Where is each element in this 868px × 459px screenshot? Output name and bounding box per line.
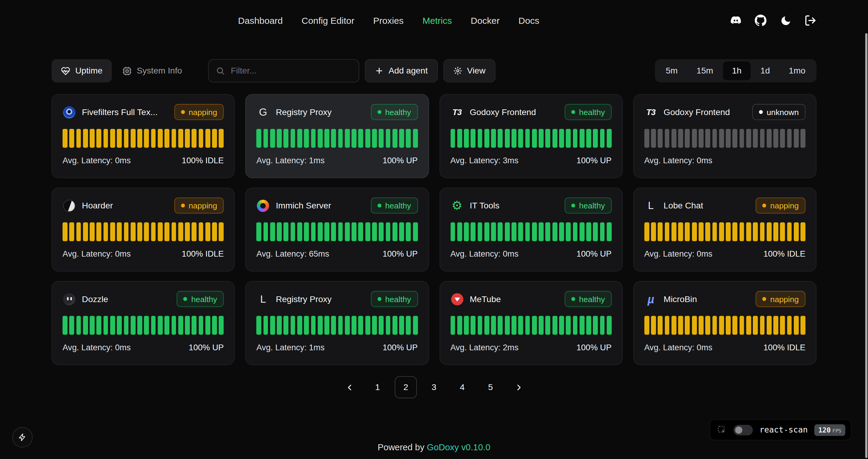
- filter-input[interactable]: [230, 65, 351, 76]
- uptime-bar: [525, 316, 530, 335]
- service-card[interactable]: G Registry Proxy healthy Avg. Latency: 1…: [245, 94, 429, 178]
- uptime-bar: [290, 222, 296, 241]
- service-card[interactable]: Dozzle healthy Avg. Latency: 0ms 100% UP: [52, 281, 235, 365]
- uptime-bar: [739, 222, 744, 241]
- service-card[interactable]: MeTube healthy Avg. Latency: 2ms 100% UP: [439, 281, 622, 365]
- status-text: healthy: [579, 107, 605, 116]
- service-title: Registry Proxy: [276, 107, 332, 117]
- uptime-bar: [205, 129, 210, 147]
- uptime-bar: [365, 222, 370, 241]
- page-4[interactable]: 4: [451, 376, 473, 398]
- time-range-5m[interactable]: 5m: [657, 61, 687, 80]
- uptime-bar: [270, 222, 275, 241]
- uptime-bar: [192, 316, 196, 335]
- tab-system-info[interactable]: System Info: [113, 59, 192, 83]
- react-scan-toggle[interactable]: [733, 425, 752, 435]
- page-1[interactable]: 1: [367, 376, 389, 398]
- uptime-bar: [780, 129, 785, 147]
- service-card[interactable]: L Registry Proxy healthy Avg. Latency: 1…: [245, 281, 429, 365]
- status-badge: unknown: [752, 104, 805, 120]
- status-text: napping: [189, 201, 217, 210]
- time-range-1d[interactable]: 1d: [752, 61, 779, 80]
- uptime-bar: [457, 316, 462, 335]
- nav-item-docker[interactable]: Docker: [471, 15, 500, 26]
- service-card[interactable]: T3 Godoxy Frontend healthy Avg. Latency:…: [439, 94, 622, 178]
- scrollbar[interactable]: [865, 33, 867, 458]
- L-icon: L: [644, 199, 657, 212]
- logout-icon[interactable]: [804, 14, 816, 27]
- uptime-bar: [297, 316, 302, 335]
- uptime-bar: [372, 129, 377, 147]
- uptime-bar: [212, 129, 217, 147]
- card-footer: Avg. Latency: 2ms 100% UP: [450, 342, 612, 352]
- uptime-bar: [593, 129, 598, 147]
- github-icon[interactable]: [754, 14, 767, 27]
- service-card[interactable]: µ MicroBin napping Avg. Latency: 0ms 100…: [633, 281, 816, 365]
- service-title: Hoarder: [82, 201, 113, 210]
- uptime-bar: [607, 316, 612, 335]
- uptime-bar: [379, 222, 384, 241]
- view-button[interactable]: View: [443, 59, 495, 83]
- page-3[interactable]: 3: [423, 376, 445, 398]
- uptime-bar: [586, 222, 591, 241]
- card-header: Fivefilters Full Tex... napping: [63, 104, 224, 120]
- uptime-percent: 100% UP: [577, 155, 612, 165]
- uptime-bar: [130, 222, 135, 241]
- card-header: T3 Godoxy Frontend unknown: [644, 104, 805, 120]
- discord-icon[interactable]: [730, 14, 742, 27]
- uptime-bar: [277, 316, 282, 335]
- uptime-bar: [484, 222, 489, 241]
- uptime-bar: [546, 316, 550, 335]
- service-title: Godoxy Frontend: [470, 107, 536, 117]
- nav-item-dashboard[interactable]: Dashboard: [238, 15, 283, 26]
- uptime-bar: [477, 316, 482, 335]
- uptime-bar: [794, 222, 799, 241]
- tab-uptime[interactable]: Uptime: [52, 59, 112, 83]
- uptime-bar: [706, 222, 710, 241]
- service-card[interactable]: ⚙ IT Tools healthy Avg. Latency: 0ms 100…: [439, 188, 622, 272]
- uptime-bar: [532, 316, 537, 335]
- uptime-bar: [413, 222, 418, 241]
- service-card[interactable]: Fivefilters Full Tex... napping Avg. Lat…: [52, 94, 235, 178]
- page-2[interactable]: 2: [395, 376, 417, 398]
- service-card[interactable]: T3 Godoxy Frontend unknown Avg. Latency:…: [633, 94, 816, 178]
- time-range-1mo[interactable]: 1mo: [780, 61, 814, 80]
- status-badge: healthy: [371, 291, 418, 307]
- uptime-bar: [256, 316, 261, 335]
- uptime-bar: [76, 222, 81, 241]
- uptime-bar: [212, 316, 217, 335]
- app-root: DashboardConfig EditorProxiesMetricsDock…: [0, 0, 868, 459]
- nav-item-metrics[interactable]: Metrics: [423, 15, 452, 26]
- nav-item-docs[interactable]: Docs: [518, 15, 539, 26]
- uptime-bar: [651, 222, 656, 241]
- page-5[interactable]: 5: [479, 376, 501, 398]
- service-card[interactable]: Hoarder napping Avg. Latency: 0ms 100% I…: [52, 188, 235, 272]
- service-card[interactable]: L Lobe Chat napping Avg. Latency: 0ms 10…: [633, 188, 816, 272]
- uptime-bar: [692, 129, 696, 147]
- uptime-bar: [572, 316, 578, 335]
- uptime-bar: [753, 222, 758, 241]
- toolbar: Uptime System Info Add: [52, 59, 816, 83]
- next-page-button[interactable]: [507, 376, 530, 398]
- uptime-bar: [124, 222, 129, 241]
- uptime-bar: [739, 316, 744, 335]
- time-range-15m[interactable]: 15m: [688, 61, 722, 80]
- uptime-bar: [90, 129, 95, 147]
- nav-item-config-editor[interactable]: Config Editor: [302, 15, 354, 26]
- prev-page-button[interactable]: [338, 376, 360, 398]
- uptime-bar: [304, 316, 309, 335]
- inspect-icon[interactable]: [717, 425, 727, 435]
- time-range-1h[interactable]: 1h: [723, 61, 750, 80]
- uptime-bar: [385, 316, 390, 335]
- add-agent-button[interactable]: Add agent: [365, 59, 438, 83]
- uptime-bar: [393, 129, 397, 147]
- version-link[interactable]: v0.10.0: [461, 442, 490, 452]
- uptime-bar: [63, 129, 67, 147]
- service-card[interactable]: Immich Server healthy Avg. Latency: 65ms…: [245, 188, 429, 272]
- moon-icon[interactable]: [779, 14, 792, 27]
- uptime-bar: [171, 129, 176, 147]
- uptime-bar: [787, 316, 792, 335]
- uptime-bar: [324, 316, 329, 335]
- godoxy-link[interactable]: GoDoxy: [427, 442, 459, 452]
- nav-item-proxies[interactable]: Proxies: [373, 15, 404, 26]
